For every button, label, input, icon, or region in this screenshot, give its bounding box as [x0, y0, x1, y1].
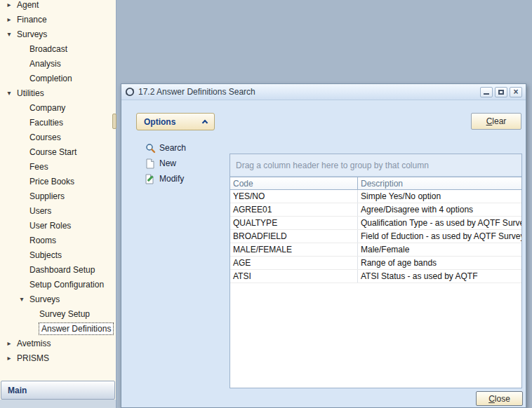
code-cell: BROADFIELD: [230, 230, 358, 243]
chevron-down-icon: ▾: [4, 30, 14, 38]
maximize-button[interactable]: [495, 87, 507, 97]
description-cell: Agree/Disagree with 4 options: [358, 203, 521, 216]
sidebar-footer-strip: [0, 400, 116, 408]
sidebar-splitter-grip[interactable]: [112, 114, 117, 129]
minimize-button[interactable]: [480, 87, 493, 97]
sidebar-item-broadcast[interactable]: Broadcast: [0, 41, 116, 56]
sidebar-item-label: Faculties: [29, 118, 63, 128]
sidebar-item-setup-configuration[interactable]: Setup Configuration: [0, 277, 116, 292]
table-row[interactable]: BROADFIELD Field of Eduction - as used b…: [230, 230, 521, 243]
description-cell: Range of age bands: [358, 257, 521, 269]
maximize-icon: [498, 90, 504, 95]
sidebar-item-course-start[interactable]: Course Start: [0, 144, 116, 159]
modify-pencil-icon: [144, 174, 157, 184]
modify-action[interactable]: Modify: [144, 171, 186, 186]
description-cell: Simple Yes/No option: [358, 190, 521, 203]
sidebar-item-finance[interactable]: ▸Finance: [0, 12, 116, 27]
sidebar-item-label: Rooms: [29, 236, 56, 245]
close-window-button[interactable]: ×: [510, 87, 522, 97]
code-cell: MALE/FEMALE: [230, 243, 358, 256]
table-row[interactable]: ATSI ATSI Status - as used by AQTF: [230, 270, 521, 283]
code-cell: AGREE01: [230, 203, 358, 216]
new-action-label: New: [159, 158, 176, 168]
sidebar-item-faculties[interactable]: Faculties: [0, 115, 116, 130]
search-icon: [144, 143, 157, 154]
grid-header-row: Code Description: [230, 177, 521, 190]
table-row[interactable]: AGREE01 Agree/Disagree with 4 options: [230, 203, 521, 217]
sidebar-item-surveys[interactable]: ▾Surveys: [0, 27, 116, 41]
sidebar-item-label: Users: [29, 206, 51, 216]
sidebar-main-section-button[interactable]: Main: [1, 381, 115, 400]
answer-definitions-grid: Drag a column header here to group by th…: [230, 154, 522, 388]
sidebar-item-label: Setup Configuration: [29, 280, 104, 290]
sidebar-item-company[interactable]: Company: [0, 100, 116, 115]
sidebar-item-label: Fees: [29, 162, 48, 172]
sidebar-item-label: Surveys: [17, 29, 47, 39]
close-button[interactable]: Close: [476, 391, 523, 406]
chevron-right-icon: ▸: [4, 339, 14, 347]
description-cell: Qualification Type - as used by AQTF Sur…: [358, 217, 521, 229]
chevron-right-icon: ▸: [4, 15, 14, 23]
sidebar-item-rooms[interactable]: Rooms: [0, 233, 116, 247]
clear-button[interactable]: Clear: [471, 113, 521, 130]
description-cell: Male/Female: [358, 243, 521, 256]
sidebar-item-label: PRISMS: [17, 353, 49, 363]
sidebar-item-label: Courses: [29, 132, 61, 142]
sidebar-item-completion[interactable]: Completion: [0, 71, 116, 86]
sidebar-item-surveys-nested[interactable]: ▾Surveys: [0, 292, 116, 306]
sidebar-item-prisms[interactable]: ▸PRISMS: [0, 351, 116, 365]
column-header-description[interactable]: Description: [358, 177, 521, 189]
sidebar-item-users[interactable]: Users: [0, 203, 116, 218]
sidebar-item-price-books[interactable]: Price Books: [0, 174, 116, 189]
sidebar-item-label: Utilities: [17, 88, 44, 98]
dialog-title: 17.2 Answer Definitions Search: [138, 87, 478, 97]
chevron-down-icon: ▾: [4, 89, 14, 97]
sidebar-item-courses[interactable]: Courses: [0, 130, 116, 144]
sidebar-item-label: Price Books: [29, 177, 74, 186]
new-action[interactable]: New: [144, 156, 186, 171]
close-button-label: Close: [488, 394, 510, 404]
search-action[interactable]: Search: [144, 140, 186, 156]
sidebar-item-subjects[interactable]: Subjects: [0, 247, 116, 262]
dialog-titlebar[interactable]: 17.2 Answer Definitions Search ×: [121, 84, 526, 100]
code-cell: ATSI: [230, 270, 358, 283]
code-cell: AGE: [230, 257, 358, 269]
sidebar-item-analysis[interactable]: Analysis: [0, 56, 116, 71]
sidebar-item-fees[interactable]: Fees: [0, 159, 116, 174]
table-row[interactable]: QUALTYPE Qualification Type - as used by…: [230, 217, 521, 230]
group-by-hint-text: Drag a column header here to group by th…: [236, 161, 429, 170]
options-label: Options: [144, 117, 175, 127]
sidebar-item-label: Subjects: [29, 250, 62, 260]
dialog-icon: [125, 87, 135, 97]
application-window: ▸Agent ▸Finance ▾Surveys Broadcast Analy…: [0, 0, 532, 408]
search-action-label: Search: [159, 143, 186, 153]
sidebar-item-label: Analysis: [29, 59, 61, 69]
sidebar-item-answer-definitions[interactable]: Answer Definitions: [0, 321, 116, 336]
sidebar-item-label: Surveys: [29, 294, 60, 304]
new-document-icon: [144, 158, 157, 169]
group-by-drop-zone[interactable]: Drag a column header here to group by th…: [230, 154, 521, 177]
column-header-code[interactable]: Code: [230, 177, 358, 189]
sidebar-item-agent[interactable]: ▸Agent: [0, 0, 116, 12]
table-row[interactable]: AGE Range of age bands: [230, 257, 521, 270]
options-panel-toggle[interactable]: Options: [136, 113, 215, 130]
sidebar-item-label: Course Start: [29, 147, 77, 157]
sidebar-item-label: Agent: [17, 0, 39, 10]
sidebar-item-suppliers[interactable]: Suppliers: [0, 189, 116, 203]
description-cell: Field of Eduction - as used by AQTF Surv…: [358, 230, 521, 243]
actions-panel: Search New: [144, 140, 186, 186]
sidebar-item-label: Survey Setup: [39, 309, 90, 319]
sidebar-item-label: Finance: [17, 15, 47, 25]
sidebar-item-avetmiss[interactable]: ▸Avetmiss: [0, 336, 116, 351]
sidebar-item-survey-setup[interactable]: Survey Setup: [0, 306, 116, 321]
sidebar-item-dashboard-setup[interactable]: Dashboard Setup: [0, 262, 116, 277]
table-row[interactable]: MALE/FEMALE Male/Female: [230, 243, 521, 257]
sidebar-item-label: Answer Definitions: [39, 323, 113, 334]
sidebar-item-user-roles[interactable]: User Roles: [0, 218, 116, 233]
minimize-icon: [484, 93, 489, 95]
table-row[interactable]: YES/NO Simple Yes/No option: [230, 190, 521, 203]
chevron-right-icon: ▸: [4, 1, 14, 8]
sidebar-item-utilities[interactable]: ▾Utilities: [0, 86, 116, 100]
navigation-tree: ▸Agent ▸Finance ▾Surveys Broadcast Analy…: [0, 0, 116, 365]
sidebar-item-label: Avetmiss: [17, 339, 51, 348]
